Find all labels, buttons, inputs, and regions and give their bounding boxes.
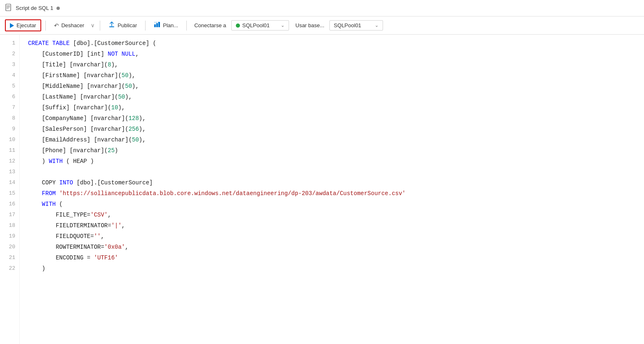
line-number: 18 [0, 220, 15, 231]
code-token: INTO [59, 177, 73, 188]
code-token: ), [139, 134, 146, 145]
code-token: '' [94, 231, 101, 242]
line-number: 14 [0, 177, 15, 188]
publish-label: Publicar [118, 22, 137, 28]
code-content[interactable]: CREATE TABLE [dbo].[CustomerSource] ( [C… [20, 35, 644, 344]
execute-label: Ejecutar [16, 22, 36, 28]
code-token: FILE_TYPE= [28, 210, 90, 220]
code-token: ROWTERMINATOR= [28, 242, 104, 252]
code-line: ROWTERMINATOR='0x0a', [28, 242, 644, 252]
line-number: 6 [0, 92, 15, 102]
code-token: NOT [108, 49, 118, 59]
code-line: [LastName] [nvarchar](50), [28, 92, 644, 102]
code-token: [CompanyName] [nvarchar]( [28, 113, 129, 124]
line-number: 12 [0, 156, 15, 167]
code-line: FROM 'https://solliancepublicdata.blob.c… [28, 188, 644, 199]
plan-label: Plan... [163, 22, 178, 28]
line-number: 15 [0, 188, 15, 199]
code-line: FIELDQUOTE='', [28, 231, 644, 242]
tab-title: Script de SQL 1 [16, 5, 53, 11]
line-numbers: 12345678910111213141516171819202122 [0, 35, 20, 344]
line-number: 5 [0, 81, 15, 92]
code-token: [CustomerID] [int] [28, 49, 108, 59]
code-line: ) WITH ( HEAP ) [28, 156, 644, 167]
code-line: [MiddleName] [nvarchar](50), [28, 81, 644, 92]
code-token: [SalesPerson] [nvarchar]( [28, 124, 129, 134]
code-token: [dbo].[CustomerSource] [73, 177, 153, 188]
dropdown-arrow[interactable]: ∨ [91, 22, 95, 28]
code-line: [Suffix] [nvarchar](10), [28, 102, 644, 113]
line-number: 3 [0, 59, 15, 70]
line-number: 21 [0, 252, 15, 263]
plan-button[interactable]: Plan... [150, 19, 182, 31]
code-token: [Title] [nvarchar]( [28, 59, 108, 70]
undo-icon: ↶ [54, 22, 59, 29]
unsaved-indicator [56, 7, 60, 10]
code-token: ), [125, 92, 132, 102]
title-bar: Script de SQL 1 [0, 0, 644, 16]
publish-button[interactable]: Publicar [104, 19, 141, 31]
code-token: , [125, 242, 128, 252]
code-token: 128 [129, 113, 139, 124]
code-line: WITH ( [28, 199, 644, 210]
undo-button[interactable]: ↶ Deshacer [50, 20, 89, 31]
undo-label: Deshacer [61, 22, 85, 28]
code-line: [FirstName] [nvarchar](50), [28, 70, 644, 81]
code-token [49, 38, 52, 49]
code-token: 8 [108, 59, 111, 70]
code-token: ), [139, 113, 146, 124]
line-number: 1 [0, 38, 15, 49]
plan-icon [154, 21, 160, 29]
divider-1 [45, 21, 46, 31]
code-line: [EmailAddress] [nvarchar](50), [28, 134, 644, 145]
code-token: ENCODING = [28, 252, 94, 263]
code-line: [Phone] [nvarchar](25) [28, 145, 644, 156]
line-number: 13 [0, 167, 15, 177]
line-number: 7 [0, 102, 15, 113]
svg-rect-6 [156, 23, 158, 27]
code-token: ), [111, 59, 118, 70]
code-token: , [101, 231, 104, 242]
svg-rect-7 [158, 22, 160, 27]
toolbar: Ejecutar ↶ Deshacer ∨ Publicar Plan... [0, 16, 644, 35]
code-token [56, 188, 59, 199]
code-token: 50 [132, 134, 139, 145]
code-token: NULL [122, 49, 136, 59]
code-token: , [122, 220, 125, 231]
svg-rect-5 [154, 24, 156, 27]
code-line: COPY INTO [dbo].[CustomerSource] [28, 177, 644, 188]
connection-chevron-icon: ⌄ [281, 23, 284, 28]
line-number: 19 [0, 231, 15, 242]
code-token: ), [139, 124, 146, 134]
connection-dropdown[interactable]: SQLPool01 ⌄ [231, 20, 289, 31]
code-token: ), [132, 81, 139, 92]
code-line [28, 167, 644, 177]
code-token: [MiddleName] [nvarchar]( [28, 81, 125, 92]
code-token: FIELDTERMINATOR= [28, 220, 111, 231]
code-token [118, 49, 121, 59]
db-dropdown[interactable]: SQLPool01 ⌄ [329, 20, 383, 31]
code-token: 'https://solliancepublicdata.blob.core.w… [59, 188, 406, 199]
code-token: 'CSV' [90, 210, 108, 220]
line-number: 10 [0, 134, 15, 145]
code-token: 50 [125, 81, 132, 92]
code-token: [FirstName] [nvarchar]( [28, 70, 122, 81]
use-db-label: Usar base... [296, 22, 324, 28]
code-token: FIELDQUOTE= [28, 231, 94, 242]
svg-rect-0 [6, 4, 11, 11]
execute-button[interactable]: Ejecutar [5, 19, 41, 31]
line-number: 4 [0, 70, 15, 81]
code-line: [Title] [nvarchar](8), [28, 59, 644, 70]
code-token: [EmailAddress] [nvarchar]( [28, 134, 132, 145]
code-token: '|' [111, 220, 122, 231]
code-token: ( HEAP ) [63, 156, 94, 167]
code-token: ), [129, 70, 136, 81]
line-number: 22 [0, 263, 15, 274]
code-token: , [108, 210, 111, 220]
code-token: 50 [118, 92, 125, 102]
line-number: 11 [0, 145, 15, 156]
code-token: [dbo].[CustomerSource] ( [70, 38, 156, 49]
code-token: '0x0a' [104, 242, 125, 252]
editor-area[interactable]: 12345678910111213141516171819202122 CREA… [0, 35, 644, 344]
code-line: ENCODING = 'UTF16' [28, 252, 644, 263]
